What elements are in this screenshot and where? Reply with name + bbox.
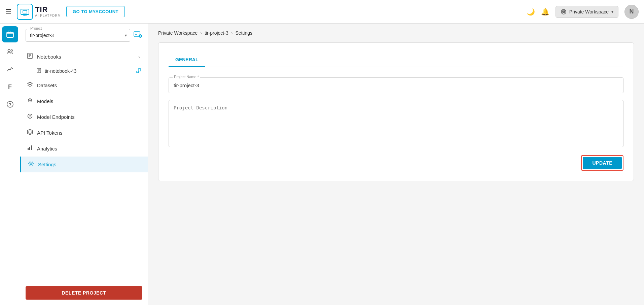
api-tokens-icon (27, 129, 33, 137)
hamburger-icon[interactable]: ☰ (5, 8, 11, 16)
tabs: GENERAL (169, 53, 623, 67)
project-name-label: Project Name * (173, 75, 200, 79)
svg-rect-8 (8, 31, 10, 33)
form-actions: UPDATE (169, 155, 623, 171)
icon-sidebar: F ? (0, 24, 20, 305)
svg-point-9 (8, 49, 10, 52)
external-link-icon[interactable] (136, 68, 141, 74)
top-header: ☰ TIR AI PLATFORM GO TO MYACCOUNT 🌙 🔔 (0, 0, 644, 24)
sidebar-icon-help[interactable]: ? (2, 96, 18, 112)
project-dropdown[interactable]: tir-project-3 (26, 29, 130, 42)
project-name-field: Project Name * (169, 77, 623, 93)
tab-general[interactable]: GENERAL (169, 53, 205, 67)
svg-point-39 (30, 163, 32, 165)
workspace-label: Private Workspace (569, 9, 609, 14)
update-button[interactable]: UPDATE (583, 157, 622, 169)
project-description-textarea[interactable] (169, 100, 623, 147)
left-panel: Project tir-project-3 ▾ Notebooks ∨ (20, 24, 148, 305)
workspace-chevron-icon: ▾ (611, 9, 613, 14)
settings-card: GENERAL Project Name * UPDATE (158, 42, 634, 181)
svg-rect-38 (31, 145, 32, 150)
notebooks-chevron-icon: ∨ (138, 55, 141, 59)
svg-point-30 (29, 100, 31, 101)
delete-project-button[interactable]: DELETE PROJECT (26, 286, 142, 300)
datasets-label: Datasets (37, 82, 141, 88)
svg-rect-17 (28, 53, 32, 59)
logo-area: TIR AI PLATFORM (17, 4, 61, 20)
project-description-field (169, 100, 623, 148)
breadcrumb: Private Workspace › tir-project-3 › Sett… (158, 30, 634, 36)
sidebar-item-notebooks[interactable]: Notebooks ∨ (20, 49, 148, 65)
svg-text:?: ? (9, 102, 11, 107)
notebook-file-icon (36, 68, 41, 74)
sidebar-item-api-tokens[interactable]: API Tokens (20, 125, 148, 141)
svg-point-33 (30, 116, 30, 116)
breadcrumb-sep-1: › (200, 30, 202, 36)
header-icons: 🌙 🔔 Private Workspace ▾ N (527, 5, 639, 19)
svg-rect-36 (28, 148, 29, 150)
svg-rect-7 (7, 32, 13, 37)
api-tokens-label: API Tokens (37, 130, 141, 136)
go-to-myaccount-button[interactable]: GO TO MYACCOUNT (66, 6, 125, 17)
main-content: Private Workspace › tir-project-3 › Sett… (148, 24, 644, 305)
new-project-button[interactable] (134, 30, 142, 41)
svg-rect-0 (21, 9, 29, 14)
logo-box (17, 4, 33, 20)
svg-rect-25 (138, 69, 141, 71)
models-label: Models (37, 98, 141, 104)
model-endpoints-label: Model Endpoints (37, 114, 141, 120)
dark-mode-icon[interactable]: 🌙 (527, 8, 535, 16)
datasets-icon (27, 81, 33, 89)
settings-icon (28, 161, 34, 168)
user-avatar[interactable]: N (624, 5, 639, 19)
logo-tir-text: TIR (35, 6, 61, 14)
model-endpoints-icon (27, 113, 33, 121)
sidebar-item-datasets[interactable]: Datasets (20, 77, 148, 93)
workspace-selector[interactable]: Private Workspace ▾ (556, 6, 618, 18)
sidebar-icon-f[interactable]: F (2, 79, 18, 95)
sidebar-icon-projects[interactable] (2, 26, 18, 42)
breadcrumb-workspace: Private Workspace (158, 30, 198, 36)
svg-rect-1 (23, 10, 27, 13)
project-select-wrapper: Project tir-project-3 ▾ (26, 29, 130, 42)
nav-section: Notebooks ∨ tir-notebook-43 Datasets (20, 46, 148, 281)
project-label: Project (29, 26, 43, 30)
breadcrumb-project: tir-project-3 (205, 30, 228, 36)
sidebar-item-analytics[interactable]: Analytics (20, 141, 148, 157)
models-icon (27, 97, 33, 105)
logo-svg-icon (20, 7, 30, 16)
notebooks-label: Notebooks (37, 54, 134, 60)
project-name-input[interactable] (169, 77, 623, 93)
svg-rect-37 (29, 147, 30, 150)
breadcrumb-current: Settings (235, 30, 252, 36)
notifications-icon[interactable]: 🔔 (541, 8, 549, 16)
main-layout: F ? Project tir-project-3 ▾ (0, 24, 644, 305)
sidebar-item-model-endpoints[interactable]: Model Endpoints (20, 109, 148, 125)
logo-text: TIR AI PLATFORM (35, 6, 61, 18)
sidebar-item-tir-notebook-43[interactable]: tir-notebook-43 (20, 65, 148, 77)
settings-label: Settings (38, 162, 141, 167)
project-selector: Project tir-project-3 ▾ (20, 24, 148, 46)
svg-point-29 (28, 99, 32, 102)
notebook-sub-label: tir-notebook-43 (45, 68, 133, 74)
sidebar-icon-users[interactable] (2, 44, 18, 60)
analytics-icon (27, 145, 33, 152)
workspace-icon (561, 9, 567, 15)
form-container: Project Name * UPDATE (169, 67, 623, 171)
sidebar-icon-metrics[interactable] (2, 61, 18, 77)
svg-marker-28 (28, 82, 32, 85)
sidebar-item-settings[interactable]: Settings (20, 157, 148, 172)
notebooks-icon (27, 53, 33, 61)
sidebar-item-models[interactable]: Models (20, 93, 148, 109)
logo-subtitle-text: AI PLATFORM (35, 14, 61, 18)
svg-point-10 (11, 50, 12, 52)
svg-marker-35 (29, 131, 31, 134)
breadcrumb-sep-2: › (231, 30, 233, 36)
analytics-label: Analytics (37, 146, 141, 151)
update-button-wrapper: UPDATE (581, 155, 623, 171)
